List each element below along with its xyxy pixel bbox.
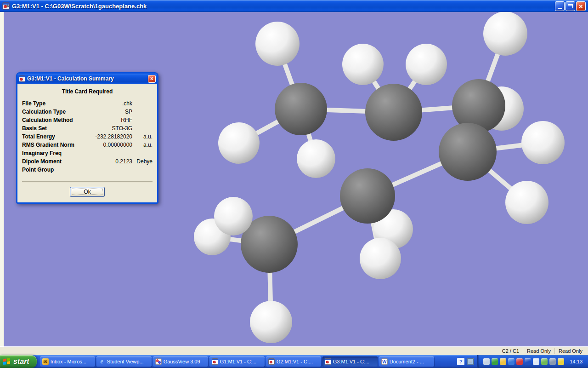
dialog-app-icon <box>19 75 25 82</box>
security-icon[interactable] <box>558 358 564 365</box>
ok-button[interactable]: Ok <box>70 187 105 197</box>
ie-icon: e <box>99 358 105 365</box>
summary-value: STO-3G <box>81 125 132 132</box>
window-titlebar: G3:M1:V1 - C:\G03W\Scratch\1gaucheplane.… <box>0 0 588 12</box>
summary-label: Total Energy <box>22 133 81 140</box>
gaussview-app-icon <box>2 2 10 10</box>
task-label: GaussView 3.09 <box>164 359 200 364</box>
volume-icon[interactable] <box>533 358 539 365</box>
summary-value: 0.2123 <box>81 158 132 165</box>
network-icon[interactable] <box>508 358 514 365</box>
gaussview-icon <box>155 358 162 365</box>
gaussview-doc-icon <box>268 358 275 365</box>
calculation-summary-dialog: G3:M1:V1 - Calculation Summary × Title C… <box>16 72 158 204</box>
display-settings-icon[interactable] <box>467 358 474 365</box>
outlook-icon: ✉ <box>42 358 49 365</box>
hydrogen-atom[interactable] <box>505 181 548 224</box>
restore-button[interactable] <box>565 1 575 11</box>
dialog-body: Title Card Required File Type.chkCalcula… <box>17 84 157 202</box>
summary-label: RMS Gradient Norm <box>22 142 81 148</box>
carbon-atom[interactable] <box>365 84 422 141</box>
summary-value: SP <box>81 109 132 115</box>
summary-row: Calculation MethodRHF <box>22 116 153 124</box>
status-atom-selection: C2 / C1 <box>498 348 523 354</box>
window-title: G3:M1:V1 - C:\G03W\Scratch\1gaucheplane.… <box>12 3 553 10</box>
summary-row: Dipole Moment0.2123Debye <box>22 157 153 166</box>
hydrogen-atom[interactable] <box>483 12 527 56</box>
summary-label: Calculation Method <box>22 117 81 123</box>
summary-value: .chk <box>81 100 132 107</box>
start-button[interactable]: start <box>0 355 37 368</box>
restore-icon <box>568 4 573 8</box>
summary-row: File Type.chk <box>22 99 153 108</box>
summary-label: Dipole Moment <box>22 158 81 165</box>
dialog-titlebar[interactable]: G3:M1:V1 - Calculation Summary × <box>17 74 157 84</box>
taskbar-button[interactable]: G1:M1:V1 - C:... <box>209 356 265 367</box>
antivirus-icon[interactable] <box>516 358 523 365</box>
summary-value: RHF <box>81 117 132 123</box>
carbon-atom[interactable] <box>340 168 395 224</box>
battery-icon[interactable] <box>541 358 548 365</box>
taskbar-button[interactable]: G2:M1:V1 - C:... <box>266 356 321 367</box>
dialog-separator <box>22 181 153 182</box>
status-readonly-1: Read Only <box>523 348 554 354</box>
summary-value: 0.00000000 <box>81 142 132 148</box>
molecule-viewport[interactable]: G3:M1:V1 - Calculation Summary × Title C… <box>0 12 588 346</box>
hydrogen-atom[interactable] <box>406 44 447 85</box>
task-label: G1:M1:V1 - C:... <box>220 359 256 364</box>
mail-notify-icon[interactable] <box>500 358 506 365</box>
window-controls: × <box>555 1 586 11</box>
bluetooth-icon[interactable] <box>525 358 531 365</box>
hydrogen-atom[interactable] <box>297 139 335 178</box>
dialog-close-button[interactable]: × <box>148 75 156 83</box>
taskbar-button[interactable]: eStudent Viewp... <box>96 356 152 367</box>
word-icon: W <box>381 358 388 365</box>
hydrogen-atom[interactable] <box>250 301 292 343</box>
taskbar-mini-toolbar: ? <box>454 355 477 368</box>
start-label: start <box>13 357 29 366</box>
task-label: G3:M1:V1 - C:... <box>333 359 369 364</box>
messenger-icon[interactable] <box>492 358 498 365</box>
summary-unit: a.u. <box>132 133 153 140</box>
help-icon[interactable]: ? <box>457 358 464 365</box>
taskbar: start ✉Inbox - Micros...eStudent Viewp..… <box>0 355 588 368</box>
gaussview-doc-icon <box>212 358 218 365</box>
task-label: Document2 - ... <box>390 359 424 364</box>
summary-row: Imaginary Freq <box>22 149 153 157</box>
window-left-border <box>0 12 4 346</box>
summary-unit: a.u. <box>132 142 153 148</box>
clock: 14:13 <box>568 359 582 364</box>
carbon-atom[interactable] <box>275 83 327 135</box>
task-label: G2:M1:V1 - C:... <box>277 359 313 364</box>
summary-label: Basis Set <box>22 125 81 132</box>
taskbar-button[interactable]: GaussView 3.09 <box>153 356 208 367</box>
close-button[interactable]: × <box>576 1 586 11</box>
minimize-button[interactable] <box>555 1 565 11</box>
summary-label: File Type <box>22 100 81 107</box>
status-readonly-2: Read Only <box>554 348 586 354</box>
dialog-heading: Title Card Required <box>22 88 153 95</box>
taskbar-button[interactable]: ✉Inbox - Micros... <box>40 356 95 367</box>
taskbar-button[interactable]: G3:M1:V1 - C:... <box>322 356 378 367</box>
hydrogen-atom[interactable] <box>342 44 384 85</box>
hydrogen-atom[interactable] <box>255 22 300 66</box>
calculation-summary-table: File Type.chkCalculation TypeSPCalculati… <box>22 99 153 174</box>
summary-label: Imaginary Freq <box>22 150 81 156</box>
taskbar-button[interactable]: WDocument2 - ... <box>379 356 434 367</box>
summary-row: RMS Gradient Norm0.00000000a.u. <box>22 141 153 149</box>
windows-flag-icon <box>3 358 11 365</box>
summary-row: Basis SetSTO-3G <box>22 124 153 132</box>
hydrogen-atom[interactable] <box>360 238 401 279</box>
carbon-atom[interactable] <box>439 123 497 181</box>
task-label: Inbox - Micros... <box>51 359 86 364</box>
system-tray: 14:13 <box>477 355 588 368</box>
display-icon[interactable] <box>549 358 556 365</box>
hydrogen-atom[interactable] <box>521 121 565 164</box>
summary-label: Point Group <box>22 167 81 173</box>
status-bar: C2 / C1 Read Only Read Only <box>0 346 588 355</box>
hydrogen-atom[interactable] <box>214 197 253 236</box>
usb-device-icon[interactable] <box>483 358 490 365</box>
desktop-screen: G3:M1:V1 - C:\G03W\Scratch\1gaucheplane.… <box>0 0 588 368</box>
hydrogen-atom[interactable] <box>218 122 260 164</box>
summary-row: Total Energy-232.28182020a.u. <box>22 132 153 141</box>
